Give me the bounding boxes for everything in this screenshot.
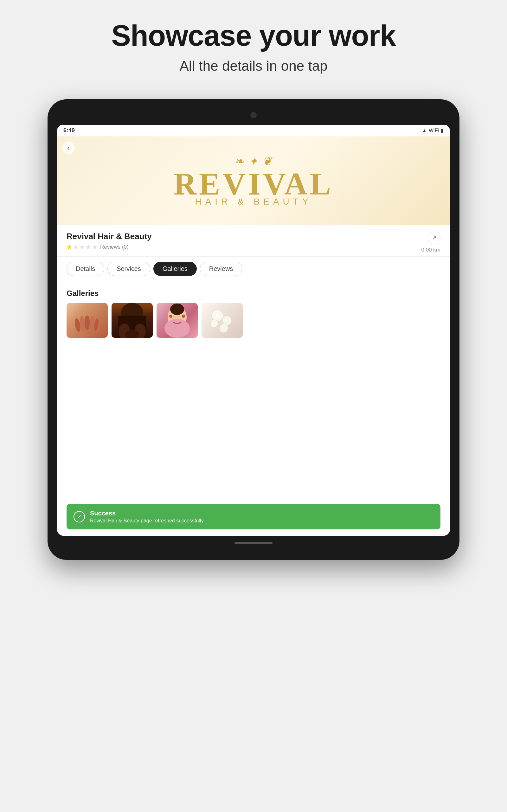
toast-check-icon: ✓	[73, 511, 85, 522]
svg-point-20	[225, 319, 228, 322]
gallery-grid	[66, 303, 441, 338]
svg-point-17	[210, 320, 218, 327]
gallery-item-nails[interactable]	[66, 303, 108, 338]
page-subtitle: All the details in one tap	[179, 58, 327, 74]
star-4: ★	[86, 243, 91, 251]
gallery-item-bride[interactable]	[157, 303, 198, 338]
gallery-image-hair	[112, 303, 153, 338]
business-name: Revival Hair & Beauty	[66, 232, 152, 241]
galleries-section: Galleries	[57, 281, 450, 345]
star-3: ★	[79, 243, 85, 251]
gallery-image-flowers	[202, 303, 243, 338]
toast-title: Success	[90, 510, 204, 517]
home-indicator	[234, 542, 273, 544]
tab-services[interactable]: Services	[107, 262, 150, 276]
status-time: 6:49	[63, 127, 75, 134]
wifi-icon: WiFi	[429, 128, 439, 134]
svg-point-12	[164, 319, 190, 338]
salon-logo-subtitle: HAIR & BEAUTY	[195, 197, 312, 207]
tabs-row: Details Services Galleries Reviews	[57, 257, 450, 281]
gallery-item-hair[interactable]	[112, 303, 153, 338]
svg-point-14	[182, 315, 185, 318]
salon-hero-image: ‹ ❧ ✦ ❦ REVIVAL HAIR & BEAUTY	[57, 136, 450, 225]
svg-point-19	[216, 314, 219, 317]
reviews-count: Reviews (0)	[100, 244, 129, 250]
star-2: ★	[73, 243, 78, 251]
star-5: ★	[92, 243, 98, 251]
svg-point-2	[84, 316, 90, 331]
content-space	[57, 345, 450, 498]
tablet-screen: 6:49 ▲ WiFi ▮ ‹ ❧ ✦ ❦ REVIVAL HAIR & BEA…	[57, 125, 450, 536]
star-rating: ★ ★ ★ ★ ★	[66, 243, 98, 251]
svg-point-3	[89, 316, 95, 331]
svg-point-4	[94, 318, 100, 331]
tab-galleries[interactable]: Galleries	[153, 262, 197, 276]
galleries-title: Galleries	[66, 289, 441, 298]
gallery-item-flowers[interactable]	[202, 303, 243, 338]
tablet-home-bar	[57, 542, 450, 544]
distance-label: 0.00 km	[421, 247, 441, 253]
status-icons: ▲ WiFi ▮	[422, 128, 444, 134]
tablet-device: 6:49 ▲ WiFi ▮ ‹ ❧ ✦ ❦ REVIVAL HAIR & BEA…	[48, 99, 459, 560]
salon-logo-text: REVIVAL	[174, 168, 333, 200]
svg-point-11	[170, 304, 184, 315]
tablet-camera	[250, 112, 257, 118]
battery-icon: ▮	[441, 128, 444, 134]
business-info-section: Revival Hair & Beauty ★ ★ ★ ★ ★ Reviews …	[57, 225, 450, 257]
gallery-image-bride	[157, 303, 198, 338]
svg-point-13	[169, 315, 172, 318]
back-button[interactable]: ‹	[62, 142, 75, 154]
page-title: Showcase your work	[111, 19, 395, 52]
tab-reviews[interactable]: Reviews	[200, 262, 242, 276]
status-bar: 6:49 ▲ WiFi ▮	[57, 125, 450, 136]
signal-icon: ▲	[422, 128, 427, 134]
share-button[interactable]: ↗	[428, 232, 441, 244]
gallery-image-nails	[66, 303, 108, 338]
success-toast: ✓ Success Revival Hair & Beauty page ref…	[66, 504, 441, 529]
tab-details[interactable]: Details	[66, 262, 104, 276]
rating-row: ★ ★ ★ ★ ★ Reviews (0)	[66, 243, 152, 251]
toast-message: Revival Hair & Beauty page refreshed suc…	[90, 518, 204, 524]
svg-point-18	[219, 324, 228, 333]
star-1: ★	[66, 243, 72, 251]
